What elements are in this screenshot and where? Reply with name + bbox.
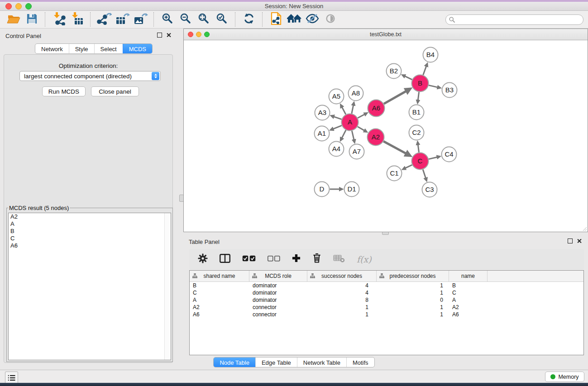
mcds-result-item[interactable]: A2 (9, 213, 171, 220)
graph-node-A1[interactable]: A1 (315, 126, 330, 141)
import-table-button[interactable] (68, 11, 86, 28)
delete-column-button[interactable] (306, 250, 327, 268)
zoom-out-button[interactable] (177, 11, 195, 28)
graph-node-A[interactable]: A (342, 114, 359, 131)
refresh-button[interactable] (240, 11, 258, 28)
mcds-result-item[interactable]: A (9, 220, 171, 228)
mcds-result-item[interactable]: B (9, 228, 171, 235)
export-table-button[interactable] (113, 11, 131, 28)
graph-node-B[interactable]: B (412, 75, 429, 92)
graph-edge-C-C2[interactable] (418, 145, 419, 152)
deselect-all-button[interactable] (262, 250, 286, 268)
add-column-button[interactable] (286, 250, 306, 268)
graph-node-B3[interactable]: B3 (442, 83, 457, 98)
mcds-result-item[interactable]: A6 (9, 242, 171, 249)
export-image-button[interactable] (131, 11, 149, 28)
new-network-from-file-button[interactable] (267, 11, 285, 28)
home-button[interactable] (285, 11, 303, 28)
table-float-panel-icon[interactable] (568, 238, 573, 243)
table-close-panel-icon[interactable] (577, 238, 582, 243)
graph-edge-B-B4[interactable] (423, 67, 426, 75)
graph-edge-A-A7[interactable] (352, 131, 354, 140)
graph-edge-A-A5[interactable] (342, 107, 346, 114)
network-canvas[interactable]: B4B2BB3A8A5A6B1A3AC2A1A2A4A7C4CC1C3DD1 (184, 40, 588, 232)
open-file-button[interactable] (5, 11, 23, 28)
graph-node-A3[interactable]: A3 (315, 105, 330, 120)
network-window-titlebar[interactable]: testGlobe.txt (184, 29, 588, 40)
graph-node-A7[interactable]: A7 (349, 144, 364, 159)
graph-node-C4[interactable]: C4 (442, 147, 457, 162)
graph-node-B2[interactable]: B2 (387, 64, 402, 79)
search-input[interactable] (457, 15, 583, 24)
table-row[interactable]: Bdominator41B (190, 282, 583, 289)
graph-node-A6[interactable]: A6 (368, 100, 385, 117)
run-mcds-button[interactable]: Run MCDS (42, 86, 86, 96)
zoom-fit-button[interactable] (195, 11, 213, 28)
task-history-button[interactable] (5, 372, 18, 384)
graph-node-D1[interactable]: D1 (344, 182, 359, 197)
graph-edge-A-A1[interactable] (333, 125, 342, 129)
graph-edge-C-C3[interactable] (423, 170, 425, 178)
search-field[interactable] (445, 14, 583, 25)
graph-edge-B-B2[interactable] (405, 76, 412, 79)
graph-node-C[interactable]: C (412, 153, 429, 170)
tab-edge-table[interactable]: Edge Table (255, 357, 297, 367)
zoom-selected-button[interactable] (213, 11, 231, 28)
graph-edge-B-B3[interactable] (429, 85, 438, 87)
optimization-criterion-select[interactable]: largest connected component (directed) (19, 71, 161, 81)
graph-edge-A-A4[interactable] (342, 130, 346, 138)
table-row[interactable]: Cdominator41C (190, 289, 583, 296)
column-header-predecessor-nodes[interactable]: predecessor nodes (377, 271, 449, 281)
graph-edge-A6-B[interactable] (384, 91, 406, 104)
tab-network[interactable]: Network (35, 44, 69, 53)
tab-mcds[interactable]: MCDS (123, 44, 152, 53)
export-network-button[interactable] (95, 11, 113, 28)
hide-selected-button[interactable] (303, 11, 321, 28)
float-panel-icon[interactable] (157, 33, 162, 38)
table-row[interactable]: Adominator80A (190, 296, 583, 304)
graph-node-A2[interactable]: A2 (368, 129, 384, 146)
graph-edge-A-A3[interactable] (334, 117, 342, 119)
graph-edge-A-A8[interactable] (352, 105, 354, 114)
graph-edge-C-C4[interactable] (429, 157, 437, 159)
graph-node-C1[interactable]: C1 (387, 166, 402, 181)
graph-node-A8[interactable]: A8 (349, 86, 363, 101)
tab-motifs[interactable]: Motifs (346, 357, 374, 367)
graph-node-B4[interactable]: B4 (423, 48, 438, 62)
table-row[interactable]: A6connector11A6 (190, 311, 583, 318)
tab-node-table[interactable]: Node Table (214, 357, 255, 367)
split-view-button[interactable] (214, 250, 236, 268)
select-all-button[interactable] (236, 250, 262, 268)
graph-edge-A2-C[interactable] (383, 141, 406, 153)
tab-style[interactable]: Style (69, 44, 94, 53)
column-header-shared-name[interactable]: shared name (190, 271, 249, 281)
column-header-MCDS-role[interactable]: MCDS role (249, 271, 307, 281)
graph-node-C2[interactable]: C2 (409, 125, 424, 140)
mcds-list-scrollbar[interactable] (164, 213, 171, 360)
graph-node-A4[interactable]: A4 (329, 142, 344, 157)
close-panel-button[interactable]: Close panel (91, 86, 139, 96)
graph-edge-A-A6[interactable] (358, 114, 364, 118)
tab-network-table[interactable]: Network Table (297, 357, 346, 367)
graph-node-B1[interactable]: B1 (409, 105, 424, 120)
tab-select[interactable]: Select (94, 44, 123, 53)
column-header-name[interactable]: name (449, 271, 488, 281)
column-header-successor-nodes[interactable]: successor nodes (307, 271, 377, 281)
mcds-result-item[interactable]: C (9, 235, 171, 242)
save-session-button[interactable] (23, 11, 41, 28)
show-all-button[interactable] (321, 11, 339, 28)
graph-edge-A-A2[interactable] (358, 127, 364, 131)
table-row[interactable]: A2connector11A2 (190, 304, 583, 311)
close-panel-icon[interactable] (166, 33, 171, 38)
graph-edge-B-B1[interactable] (418, 92, 419, 100)
import-network-button[interactable] (50, 11, 68, 28)
zoom-in-button[interactable] (158, 11, 177, 28)
graph-edge-C-C1[interactable] (406, 165, 412, 168)
graph-node-C3[interactable]: C3 (422, 182, 437, 197)
memory-button[interactable]: Memory (545, 372, 584, 382)
resize-corner-icon[interactable] (582, 226, 587, 231)
mcds-result-list[interactable]: A2ABCA6 (8, 213, 171, 360)
settings-button[interactable] (192, 250, 214, 268)
graph-node-A5[interactable]: A5 (329, 89, 344, 104)
graph-node-D[interactable]: D (315, 182, 330, 197)
